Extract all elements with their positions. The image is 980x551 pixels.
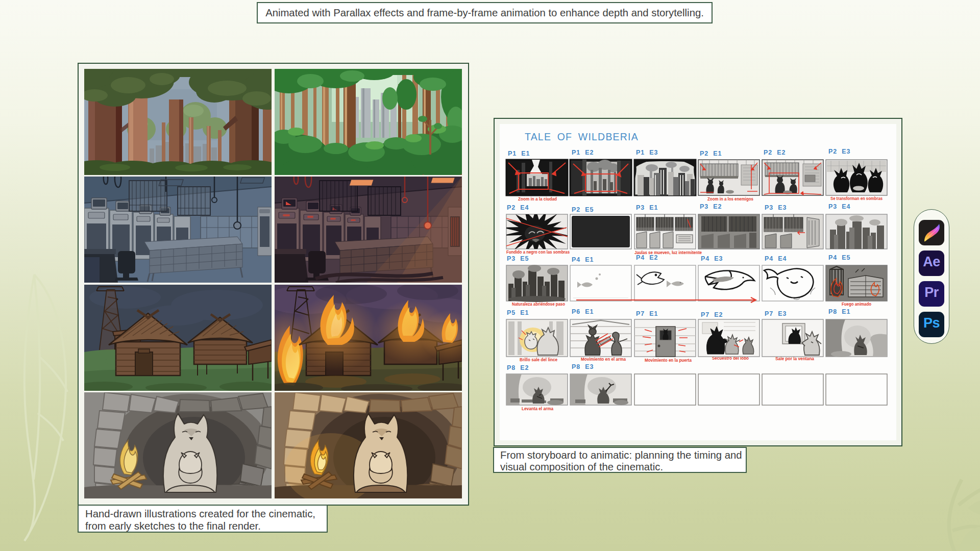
svg-text:Movimiento en la puerta: Movimiento en la puerta xyxy=(645,358,692,363)
svg-text:Zoom in a los enemigos: Zoom in a los enemigos xyxy=(707,196,753,202)
svg-text:Zoom in a la ciudad: Zoom in a la ciudad xyxy=(518,196,557,202)
svg-text:P8 E1: P8 E1 xyxy=(828,308,851,315)
svg-text:P8 E3: P8 E3 xyxy=(572,363,594,370)
svg-text:P2 E1: P2 E1 xyxy=(700,150,722,157)
svg-text:TALE OF WILDBERIA: TALE OF WILDBERIA xyxy=(525,131,639,142)
svg-text:P1 E2: P1 E2 xyxy=(572,149,594,156)
svg-text:P2 E2: P2 E2 xyxy=(764,149,786,156)
svg-text:Brillo sale del lince: Brillo sale del lince xyxy=(520,357,557,362)
svg-text:P4 E4: P4 E4 xyxy=(765,255,787,262)
svg-text:Jaulas se mueven, luz intermit: Jaulas se mueven, luz intermitente xyxy=(634,250,702,255)
svg-text:P2 E5: P2 E5 xyxy=(572,206,594,213)
svg-text:P2 E4: P2 E4 xyxy=(507,204,529,211)
svg-text:P1 E1: P1 E1 xyxy=(508,150,530,157)
svg-text:Fuego animado: Fuego animado xyxy=(842,302,871,307)
svg-text:P4 E5: P4 E5 xyxy=(828,254,851,261)
svg-text:P7 E3: P7 E3 xyxy=(765,310,787,317)
svg-text:P7 E2: P7 E2 xyxy=(701,311,723,318)
svg-text:P7 E1: P7 E1 xyxy=(636,310,658,317)
svg-text:P6 E1: P6 E1 xyxy=(572,308,594,315)
svg-text:Levanta el arma: Levanta el arma xyxy=(522,406,554,411)
svg-text:P2 E3: P2 E3 xyxy=(828,148,851,155)
svg-text:P3 E1: P3 E1 xyxy=(636,204,658,211)
svg-text:P3 E3: P3 E3 xyxy=(765,204,787,211)
svg-text:P1 E3: P1 E3 xyxy=(636,149,658,156)
svg-text:Se transforman en sombras: Se transforman en sombras xyxy=(830,196,883,201)
svg-text:P3 E2: P3 E2 xyxy=(700,203,722,210)
svg-text:P5 E1: P5 E1 xyxy=(507,309,529,316)
svg-text:P8 E2: P8 E2 xyxy=(507,364,529,371)
svg-text:P3 E4: P3 E4 xyxy=(828,203,851,210)
svg-text:P4 E1: P4 E1 xyxy=(572,256,594,263)
svg-text:P4 E2: P4 E2 xyxy=(636,254,658,261)
svg-text:Naturaleza abriéndose paso: Naturaleza abriéndose paso xyxy=(512,302,565,307)
svg-text:Movimiento en el arma: Movimiento en el arma xyxy=(581,357,626,362)
svg-text:P4 E3: P4 E3 xyxy=(701,255,723,262)
svg-text:P3 E5: P3 E5 xyxy=(507,255,529,262)
svg-text:Fundido a negro con las sombra: Fundido a negro con las sombras xyxy=(506,249,570,255)
